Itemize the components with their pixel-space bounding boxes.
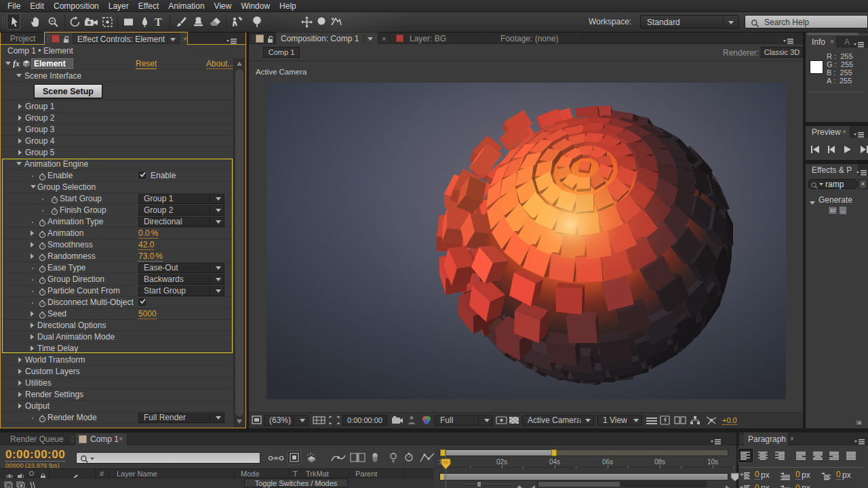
svg-text:fx: fx [13,60,20,68]
